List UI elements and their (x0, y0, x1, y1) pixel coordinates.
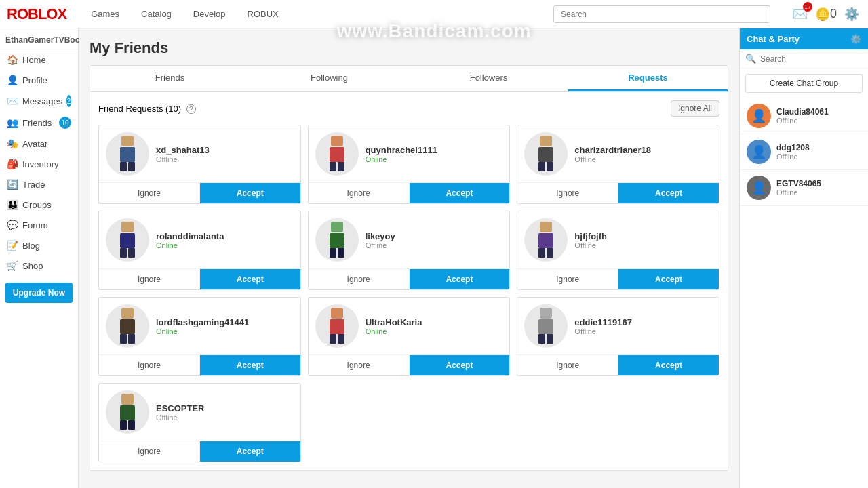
avatar-head (331, 222, 343, 232)
create-chat-group-button[interactable]: Create Chat Group (745, 74, 863, 93)
avatar (524, 132, 568, 176)
friend-status: Offline (574, 155, 712, 163)
avatar-leg-left (330, 334, 336, 344)
main-content: My Friends Friends Following Followers R… (79, 28, 739, 488)
accept-button[interactable]: Accept (618, 183, 719, 203)
avatar-head (331, 308, 343, 319)
messages-icon-btn[interactable]: ✉️ 17 (791, 5, 810, 24)
avatar-head (540, 136, 552, 146)
search-input[interactable] (553, 5, 770, 23)
avatar-head (540, 308, 552, 319)
chat-contacts: 👤 Claudia84061 Offline 👤 ddg1208 Offline… (740, 98, 868, 488)
sidebar-item-profile[interactable]: 👤 Profile (0, 70, 78, 90)
friend-name: lordflashgaming41441 (156, 317, 294, 327)
search-icon: 🔍 (745, 54, 756, 64)
avatar-leg-left (120, 162, 127, 171)
ignore-button[interactable]: Ignore (517, 183, 618, 203)
chat-contact[interactable]: 👤 Claudia84061 Offline (740, 98, 868, 134)
sidebar-item-inventory[interactable]: 🎒 Inventory (0, 154, 78, 174)
friend-info: likeyoy Offline (309, 211, 510, 268)
accept-button[interactable]: Accept (200, 355, 300, 375)
chat-title: Chat & Party (747, 34, 800, 44)
avatar-head (121, 222, 134, 232)
avatar-leg-left (120, 248, 127, 258)
profile-icon: 👤 (7, 75, 18, 85)
section-header: Friend Requests (10) ? Ignore All (98, 100, 719, 117)
avatar-head (331, 136, 343, 146)
avatar-body (538, 319, 553, 334)
chat-search: 🔍 (740, 49, 868, 68)
friend-card: lordflashgaming41441 Online Ignore Accep… (98, 297, 301, 376)
upgrade-button[interactable]: Upgrade Now (5, 283, 73, 303)
ignore-button[interactable]: Ignore (309, 355, 410, 375)
robux-icon-btn[interactable]: 🪙 0 (816, 5, 835, 24)
settings-icon-btn[interactable]: ⚙️ (842, 5, 861, 24)
friend-name: likeyoy (366, 231, 503, 241)
chat-contact[interactable]: 👤 EGTV84065 Offline (740, 170, 868, 206)
ignore-button[interactable]: Ignore (309, 269, 410, 289)
avatar-leg-right (547, 334, 553, 344)
blog-icon: 📝 (7, 240, 18, 251)
tab-friends[interactable]: Friends (90, 66, 250, 92)
chat-settings-icon[interactable]: ⚙️ (850, 34, 861, 44)
ignore-button[interactable]: Ignore (99, 183, 200, 203)
avatar-body (538, 147, 553, 162)
card-actions: Ignore Accept (99, 182, 300, 203)
sidebar-item-shop[interactable]: 🛒 Shop (0, 256, 78, 276)
nav-catalog[interactable]: Catalog (137, 6, 176, 22)
ignore-button[interactable]: Ignore (517, 269, 618, 289)
chat-search-input[interactable] (760, 54, 863, 64)
tab-following[interactable]: Following (250, 66, 409, 92)
logo: ROBLOX (7, 5, 66, 23)
nav-robux[interactable]: ROBUX (243, 6, 283, 22)
avatar (524, 218, 568, 262)
ignore-button[interactable]: Ignore (99, 355, 200, 375)
avatar-body (120, 405, 135, 420)
ignore-button[interactable]: Ignore (99, 441, 200, 462)
avatar-figure (532, 136, 559, 173)
accept-button[interactable]: Accept (410, 355, 510, 375)
sidebar-item-home[interactable]: 🏠 Home (0, 49, 78, 70)
accept-button[interactable]: Accept (410, 269, 510, 289)
accept-button[interactable]: Accept (618, 269, 719, 289)
accept-button[interactable]: Accept (618, 355, 719, 375)
home-icon: 🏠 (7, 54, 18, 65)
section-title: Friend Requests (10) ? (98, 104, 196, 114)
accept-button[interactable]: Accept (410, 183, 510, 203)
ignore-button[interactable]: Ignore (99, 269, 200, 289)
avatar-legs (120, 248, 135, 258)
tab-requests[interactable]: Requests (568, 66, 728, 92)
avatar-head (540, 222, 552, 232)
ignore-button[interactable]: Ignore (309, 183, 410, 203)
sidebar-item-friends[interactable]: 👥 Friends 10 (0, 112, 78, 134)
nav-develop[interactable]: Develop (189, 6, 230, 22)
friend-info: quynhrachel1111 Online (309, 125, 510, 182)
accept-button[interactable]: Accept (200, 269, 300, 289)
sidebar-label-friends: Friends (22, 118, 52, 128)
contact-info: Claudia84061 Offline (776, 107, 861, 125)
avatar-figure (114, 222, 141, 259)
sidebar-item-forum[interactable]: 💬 Forum (0, 215, 78, 235)
friend-text: UltraHotKaria Online (366, 317, 503, 336)
sidebar-item-avatar[interactable]: 🎭 Avatar (0, 134, 78, 154)
nav-games[interactable]: Games (87, 6, 123, 22)
friend-text: lordflashgaming41441 Online (156, 317, 294, 336)
tab-followers[interactable]: Followers (409, 66, 568, 92)
friend-info: xd_shahat13 Offline (99, 125, 300, 182)
sidebar-item-blog[interactable]: 📝 Blog (0, 235, 78, 256)
sidebar-item-groups[interactable]: 👪 Groups (0, 195, 78, 215)
card-actions: Ignore Accept (99, 268, 300, 289)
friend-info: hjfjfojfh Offline (517, 211, 719, 268)
avatar (315, 218, 359, 262)
chat-contact[interactable]: 👤 ddg1208 Offline (740, 134, 868, 170)
sidebar-item-messages[interactable]: ✉️ Messages 2 (0, 90, 78, 112)
avatar (106, 390, 149, 434)
chat-panel: Chat & Party ⚙️ 🔍 Create Chat Group 👤 Cl… (739, 28, 868, 488)
accept-button[interactable]: Accept (200, 441, 300, 462)
ignore-all-button[interactable]: Ignore All (671, 100, 719, 117)
sidebar-item-trade[interactable]: 🔄 Trade (0, 174, 78, 195)
friend-info: charizardtrianer18 Offline (517, 125, 719, 182)
accept-button[interactable]: Accept (200, 183, 300, 203)
info-icon[interactable]: ? (186, 104, 196, 114)
ignore-button[interactable]: Ignore (517, 355, 618, 375)
